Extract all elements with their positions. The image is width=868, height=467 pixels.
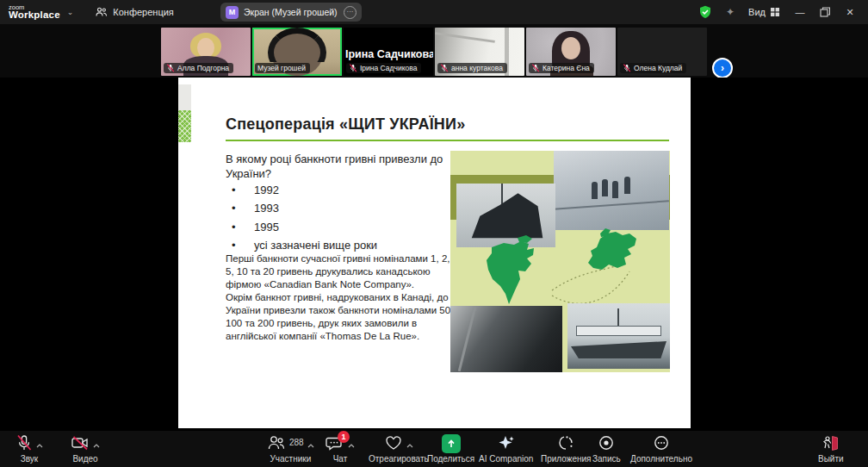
- video-options-caret-icon[interactable]: [93, 436, 100, 451]
- chat-button[interactable]: 1 Чат: [326, 434, 355, 464]
- leave-meeting-icon: [822, 434, 840, 451]
- title-bar: zoom Workplace ⌄ Конференция М Экран (Му…: [0, 0, 868, 24]
- slide-option: усі зазначені вище роки: [228, 238, 452, 252]
- apps-button[interactable]: Приложения: [541, 434, 592, 464]
- muted-mic-icon: [440, 64, 449, 72]
- participant-name: Музей грошей: [257, 64, 306, 72]
- zoom-workplace-window: zoom Workplace ⌄ Конференция М Экран (Му…: [0, 0, 868, 467]
- europe-shape: [588, 232, 636, 270]
- slide-sidebar-green-pattern: [178, 110, 191, 142]
- participant-name: Катерина Єна: [542, 64, 590, 72]
- participant-nametag: Ірина Садчикова: [346, 63, 421, 73]
- shared-screen-tab-label: Экран (Музей грошей): [244, 7, 338, 17]
- logo-chevron-down-icon[interactable]: ⌄: [67, 8, 74, 16]
- chevron-right-icon: ›: [721, 62, 724, 74]
- participant-tile[interactable]: Олена Кудлай: [617, 28, 707, 76]
- more-button[interactable]: Дополнительно: [630, 434, 692, 464]
- participants-caret-icon[interactable]: [307, 436, 314, 451]
- zoom-workplace-logo: zoom Workplace: [9, 4, 60, 21]
- leave-label: Выйти: [818, 454, 844, 464]
- muted-mic-icon: [166, 64, 175, 72]
- north-america-shape: [487, 241, 534, 304]
- view-button[interactable]: Вид: [748, 7, 780, 17]
- record-button[interactable]: Запись: [592, 434, 621, 464]
- restore-button[interactable]: [820, 7, 830, 17]
- tab-conference[interactable]: Конференция: [96, 7, 173, 17]
- participants-button[interactable]: 288 Участники: [267, 434, 314, 464]
- more-icon: [653, 434, 670, 451]
- ai-sparkle-icon[interactable]: ✦: [726, 6, 735, 18]
- participant-display-name: Ірина Садчикова: [345, 48, 433, 60]
- muted-mic-icon: [531, 64, 540, 72]
- ai-companion-button[interactable]: AI Companion: [479, 434, 533, 464]
- participant-nametag: Катерина Єна: [529, 63, 594, 73]
- muted-mic-icon: [623, 64, 631, 72]
- shared-screen-area: Спецоперація «ЩИТ УКРАЇНИ» В якому році …: [0, 78, 868, 431]
- participant-name: Ірина Садчикова: [360, 64, 417, 72]
- shared-screen-more-icon[interactable]: ···: [344, 6, 356, 19]
- participants-label: Участники: [270, 454, 311, 464]
- audio-button[interactable]: Звук: [16, 434, 43, 464]
- record-icon: [598, 434, 615, 451]
- conference-tab-label: Конференция: [113, 7, 173, 17]
- participant-name: анна куртакова: [451, 64, 503, 72]
- chat-label: Чат: [333, 454, 348, 464]
- share-button[interactable]: Поделиться: [427, 434, 474, 464]
- participant-tile[interactable]: Ірина Садчикова Ірина Садчикова: [344, 28, 433, 76]
- slide-title: Спецоперація «ЩИТ УКРАЇНИ»: [226, 115, 465, 134]
- slide-option: 1993: [228, 201, 452, 215]
- slide-image-collage: [450, 151, 670, 372]
- video-label: Видео: [72, 454, 97, 464]
- slide-question: В якому році банкноти гривні привезли до…: [226, 152, 453, 181]
- participants-icon: [267, 434, 286, 451]
- ai-companion-label: AI Companion: [479, 454, 533, 464]
- next-participants-button[interactable]: ›: [712, 58, 733, 78]
- participant-tile[interactable]: Катерина Єна: [526, 28, 616, 76]
- apps-label: Приложения: [541, 454, 592, 464]
- shared-screen-avatar: М: [226, 6, 239, 19]
- chat-badge: 1: [338, 431, 350, 443]
- participants-count: 288: [289, 438, 304, 447]
- audio-options-caret-icon[interactable]: [36, 436, 43, 451]
- participant-nametag: Олена Кудлай: [620, 63, 686, 73]
- react-label: Отреагировать: [369, 454, 429, 464]
- photo-ferry-ship: [567, 303, 670, 369]
- tab-shared-screen[interactable]: М Экран (Музей грошей) ···: [220, 3, 362, 22]
- muted-mic-icon: [349, 64, 357, 72]
- participant-tile-active-speaker[interactable]: Музей грошей: [252, 28, 342, 76]
- apps-icon: [557, 434, 574, 451]
- security-shield-icon[interactable]: [698, 5, 712, 19]
- react-button[interactable]: Отреагировать: [369, 434, 429, 464]
- slide-paragraph-1: Перші банкноти сучасної гривні номіналам…: [226, 252, 455, 291]
- logo-line2: Workplace: [9, 10, 60, 21]
- slide-option: 1995: [228, 220, 452, 234]
- slide-options-list: 1992 1993 1995 усі зазначені вище роки: [228, 183, 452, 257]
- share-screen-icon: [442, 434, 461, 453]
- participant-nametag: Музей грошей: [255, 63, 310, 73]
- participant-tile[interactable]: Алла Подгорна: [161, 28, 251, 76]
- slide-title-underline: [226, 140, 669, 141]
- people-icon: [96, 7, 108, 17]
- muted-video-icon: [71, 434, 90, 451]
- presentation-slide: Спецоперація «ЩИТ УКРАЇНИ» В якому році …: [178, 78, 691, 428]
- close-button[interactable]: ✕: [844, 7, 856, 18]
- minimize-button[interactable]: —: [794, 7, 806, 17]
- audio-label: Звук: [21, 454, 39, 464]
- video-button[interactable]: Видео: [71, 434, 100, 464]
- slide-body-text: Перші банкноти сучасної гривні номіналам…: [226, 252, 455, 343]
- participant-name: Олена Кудлай: [634, 64, 682, 72]
- muted-mic-icon: [16, 434, 33, 451]
- meeting-toolbar: Звук Видео: [0, 431, 868, 467]
- share-label: Поделиться: [427, 454, 474, 464]
- record-label: Запись: [592, 454, 621, 464]
- slide-paragraph-2: Окрім банкнот гривні, надрукованих в Кан…: [226, 291, 455, 343]
- participant-tile[interactable]: анна куртакова: [435, 28, 524, 76]
- view-label: Вид: [748, 7, 766, 17]
- participants-strip: Алла Подгорна Музей грошей Ірина Садчико…: [0, 24, 868, 78]
- ai-companion-icon: [497, 434, 516, 451]
- leave-button[interactable]: Выйти: [818, 434, 844, 464]
- heart-icon: [384, 434, 403, 451]
- react-caret-icon[interactable]: [406, 436, 413, 451]
- grid-view-icon: [770, 7, 780, 17]
- participant-nametag: Алла Подгорна: [164, 63, 233, 73]
